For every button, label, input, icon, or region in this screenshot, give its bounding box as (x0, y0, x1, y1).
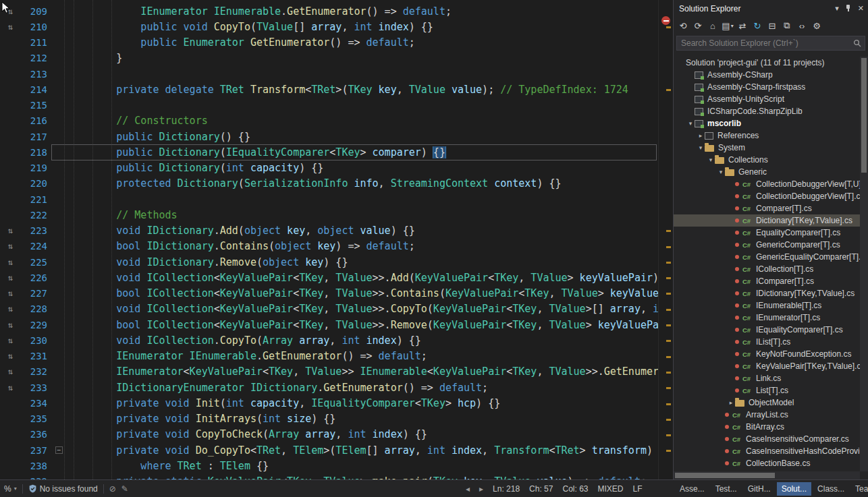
expander-icon[interactable]: ▸ (697, 132, 705, 139)
tree-item[interactable]: C#IDictionary[TKey,TValue].cs (674, 287, 860, 299)
home-icon[interactable]: ⌂ (706, 19, 720, 32)
code-line[interactable]: 212} (0, 51, 658, 66)
tool-window-tab[interactable]: GitH... (743, 482, 776, 496)
code-line[interactable]: 216// Constructors (0, 113, 658, 129)
search-box[interactable] (676, 36, 865, 51)
expander-icon[interactable]: ▾ (697, 144, 705, 151)
tree-item[interactable]: C#CollectionDebuggerView[T,U].cs (674, 178, 860, 190)
code-line[interactable]: 211public Enumerator GetEnumerator() => … (0, 35, 658, 51)
line-ending-indicator[interactable]: LF (633, 484, 643, 494)
code-line[interactable]: 215 (0, 98, 658, 113)
view-code-icon[interactable]: ‹› (795, 19, 809, 32)
code-line[interactable]: 238where TRet : TElem {} (0, 458, 658, 473)
indent-style-indicator[interactable]: MIXED (598, 484, 624, 494)
nav-back-icon[interactable]: ⟲ (676, 19, 690, 32)
code-line[interactable]: 237−private void Do_CopyTo<TRet, TElem>(… (0, 442, 658, 458)
tree-item[interactable]: C#KeyNotFoundException.cs (674, 348, 860, 360)
char-indicator[interactable]: Ch: 57 (529, 484, 553, 494)
tree-vertical-scrollbar[interactable] (860, 57, 868, 471)
code-line[interactable]: 213 (0, 66, 658, 82)
code-line[interactable]: 235private void InitArrays(int size) {} (0, 411, 658, 427)
tree-item[interactable]: Assembly-UnityScript (674, 93, 860, 105)
code-line[interactable]: ⇅227bool ICollection<KeyValuePair<TKey, … (0, 286, 658, 301)
tree-item[interactable]: ▸ObjectModel (674, 397, 860, 409)
editor-scrollbar[interactable] (658, 0, 673, 479)
tool-window-tab[interactable]: Solut... (777, 482, 811, 496)
implements-interface-icon[interactable]: ⇅ (0, 383, 20, 392)
tree-item[interactable]: Assembly-CSharp (674, 69, 860, 81)
code-line[interactable]: ⇅233IDictionaryEnumerator IDictionary.Ge… (0, 380, 658, 395)
expander-icon[interactable]: ▾ (686, 120, 695, 127)
tree-item[interactable]: C#IEqualityComparer[T].cs (674, 324, 860, 336)
tree-item[interactable]: C#Dictionary[TKey,TValue].cs (674, 214, 860, 227)
implements-interface-icon[interactable]: ⇅ (0, 304, 20, 314)
issues-status[interactable]: No issues found (28, 484, 98, 494)
implements-interface-icon[interactable]: ⇅ (0, 241, 20, 251)
code-line[interactable]: 217public Dictionary() {} (0, 129, 658, 144)
pin-icon[interactable] (844, 4, 852, 13)
nav-prev-icon[interactable]: ◂ (466, 484, 470, 494)
code-line[interactable]: 234private void Init(int capacity, IEqua… (0, 395, 658, 411)
tool-window-tab[interactable]: Asse... (675, 482, 709, 496)
scrollbar-thumb[interactable] (861, 58, 867, 173)
collapse-all-icon[interactable]: ⊟ (765, 19, 779, 32)
highlighting-level-icon[interactable]: ⊘ (109, 484, 116, 494)
implements-interface-icon[interactable]: ⇅ (0, 367, 20, 376)
tree-item[interactable]: ▾Generic (674, 166, 860, 178)
implements-interface-icon[interactable]: ⇅ (0, 258, 20, 267)
tree-item[interactable]: C#CaseInsensitiveComparer.cs (674, 433, 860, 445)
tree-item[interactable]: ICSharpCode.SharpZipLib (674, 105, 860, 117)
fold-collapse-icon[interactable]: − (50, 446, 67, 454)
tree-item[interactable]: C#List[T].cs (674, 384, 860, 397)
code-line[interactable]: 221 (0, 192, 658, 207)
search-input[interactable] (677, 38, 853, 48)
implements-interface-icon[interactable]: ⇅ (0, 22, 20, 32)
implements-interface-icon[interactable]: ⇅ (0, 273, 20, 283)
code-line[interactable]: ⇅231IEnumerator IEnumerable.GetEnumerato… (0, 349, 658, 364)
tree-horizontal-scrollbar[interactable] (674, 471, 860, 479)
show-all-files-icon[interactable]: ⧉ (780, 19, 794, 32)
code-line[interactable]: 214private delegate TRet Transform<TRet>… (0, 82, 658, 97)
tree-item[interactable]: C#IEnumerator[T].cs (674, 312, 860, 324)
tree-item[interactable]: C#IEnumerable[T].cs (674, 299, 860, 312)
implements-interface-icon[interactable]: ⇅ (0, 320, 20, 330)
tree-item[interactable]: C#ICollection[T].cs (674, 263, 860, 275)
switch-views-icon[interactable]: ▤▾ (721, 19, 734, 32)
tree-item[interactable]: ▾System (674, 142, 860, 154)
refresh-icon[interactable]: ↻ (751, 19, 764, 32)
error-indicator-icon[interactable] (661, 16, 670, 25)
nav-next-icon[interactable]: ▸ (479, 484, 483, 494)
tool-window-tab[interactable]: Tea... (850, 482, 868, 496)
tree-item[interactable]: C#Comparer[T].cs (674, 202, 860, 214)
column-indicator[interactable]: Col: 63 (562, 484, 588, 494)
close-icon[interactable]: ✕ (858, 4, 864, 13)
code-line[interactable]: ⇅228void ICollection<KeyValuePair<TKey, … (0, 301, 658, 317)
code-line[interactable]: ⇅232IEnumerator<KeyValuePair<TKey, TValu… (0, 364, 658, 380)
zoom-control[interactable]: %▾ (4, 484, 17, 494)
tree-item[interactable]: C#KeyValuePair[TKey,TValue].cs (674, 360, 860, 372)
tree-item[interactable]: C#IList[T].cs (674, 336, 860, 348)
edit-mode-icon[interactable]: ✎ (121, 484, 128, 494)
code-editor[interactable]: ⇅209IEnumerator IEnumerable.GetEnumerato… (0, 0, 658, 479)
code-line[interactable]: 218public Dictionary(IEqualityComparer<T… (0, 144, 658, 160)
sync-with-active-document-icon[interactable]: ⇄ (736, 19, 749, 32)
tree-item[interactable]: C#CollectionBase.cs (674, 457, 860, 469)
scrollbar-thumb[interactable] (675, 473, 775, 478)
code-line[interactable]: 219public Dictionary(int capacity) {} (0, 160, 658, 176)
tree-item[interactable]: C#ArrayList.cs (674, 409, 860, 421)
expander-icon[interactable]: ▸ (727, 399, 735, 406)
expander-icon[interactable]: ▾ (717, 169, 725, 175)
code-line[interactable]: ⇅229bool ICollection<KeyValuePair<TKey, … (0, 317, 658, 332)
code-line[interactable]: 222// Methods (0, 207, 658, 223)
implements-interface-icon[interactable]: ⇅ (0, 226, 20, 235)
tree-item[interactable]: ▾Collections (674, 154, 860, 166)
expander-icon[interactable]: ▾ (707, 156, 715, 163)
solution-explorer-titlebar[interactable]: Solution Explorer ▾ ✕ (674, 0, 868, 17)
tree-item[interactable]: C#GenericEqualityComparer[T].cs (674, 251, 860, 263)
tree-item[interactable]: C#BitArray.cs (674, 421, 860, 433)
window-menu-icon[interactable]: ▾ (835, 4, 839, 13)
tree-item[interactable]: C#GenericComparer[T].cs (674, 239, 860, 251)
tool-window-tab[interactable]: Class... (813, 482, 849, 496)
code-line[interactable]: 236private void CopyToCheck(Array array,… (0, 427, 658, 442)
code-line[interactable]: ⇅224bool IDictionary.Contains(object key… (0, 239, 658, 254)
